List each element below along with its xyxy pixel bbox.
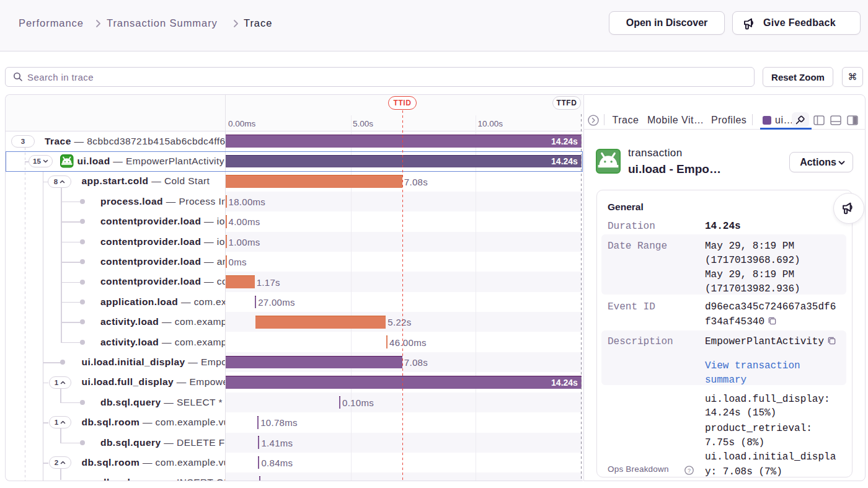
svg-text:?: ? [688,468,691,474]
